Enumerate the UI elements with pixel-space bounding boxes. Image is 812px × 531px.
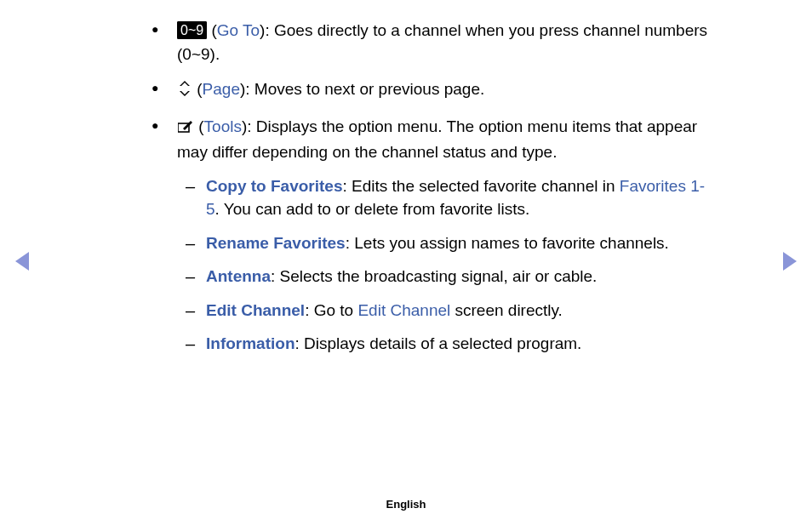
document-body: 0~9 (Go To): Goes directly to a channel …: [0, 0, 812, 356]
copy-favorites-pre: : Edits the selected favorite channel in: [342, 177, 619, 195]
information-label: Information: [206, 334, 295, 352]
list-item: 0~9 (Go To): Goes directly to a channel …: [146, 19, 714, 66]
page-label: Page: [203, 80, 240, 98]
next-page-button[interactable]: [783, 252, 797, 271]
goto-label: Go To: [217, 21, 260, 39]
bullet-list: 0~9 (Go To): Goes directly to a channel …: [146, 19, 714, 356]
tools-text: : Displays the option menu. The option m…: [177, 117, 697, 162]
updown-icon: [177, 79, 192, 103]
tools-icon: [177, 117, 194, 141]
prev-page-button[interactable]: [15, 252, 29, 271]
page-text: : Moves to next or previous page.: [245, 80, 484, 98]
language-footer: English: [0, 498, 812, 511]
list-item: Copy to Favorites: Edits the selected fa…: [179, 174, 714, 221]
edit-channel-pre: : Go to: [305, 301, 357, 319]
tools-label: Tools: [204, 117, 242, 135]
list-item: Information: Displays details of a selec…: [179, 332, 714, 356]
antenna-text: : Selects the broadcasting signal, air o…: [271, 267, 597, 285]
edit-channel-label: Edit Channel: [206, 301, 305, 319]
edit-channel-post: screen directly.: [450, 301, 563, 319]
copy-favorites-label: Copy to Favorites: [206, 177, 342, 195]
copy-favorites-post: . You can add to or delete from favorite…: [215, 200, 530, 218]
list-item: Rename Favorites: Lets you assign names …: [179, 231, 714, 255]
list-item: Edit Channel: Go to Edit Channel screen …: [179, 299, 714, 323]
list-item: Antenna: Selects the broadcasting signal…: [179, 265, 714, 288]
antenna-label: Antenna: [206, 267, 271, 285]
list-item: (Page): Moves to next or previous page.: [146, 77, 714, 103]
rename-favorites-label: Rename Favorites: [206, 234, 346, 252]
rename-favorites-text: : Lets you assign names to favorite chan…: [346, 234, 669, 252]
number-keys-badge: 0~9: [177, 21, 207, 39]
list-item: (Tools): Displays the option menu. The o…: [146, 115, 714, 356]
sub-list: Copy to Favorites: Edits the selected fa…: [179, 174, 714, 356]
information-text: : Displays details of a selected program…: [295, 334, 582, 352]
edit-channel-link-label: Edit Channel: [357, 301, 450, 319]
